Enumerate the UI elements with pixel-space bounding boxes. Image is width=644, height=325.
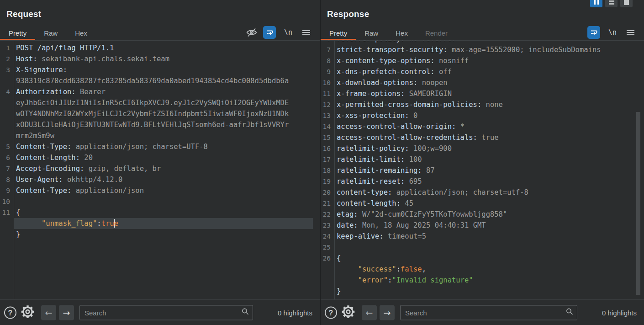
- line-number: 19: [321, 176, 331, 187]
- soft-wrap-toggle-button[interactable]: [263, 26, 276, 39]
- code-line[interactable]: 6referrer-policy: no-referrer: [321, 41, 644, 44]
- tab-raw[interactable]: Raw: [356, 27, 387, 40]
- line-text: [335, 242, 637, 253]
- line-number: 14: [321, 121, 331, 132]
- previous-match-button[interactable]: ←: [362, 305, 377, 320]
- line-text: x-xss-protection: 0: [335, 110, 637, 121]
- code-line[interactable]: 16ratelimit-policy: 100;w=900: [321, 143, 644, 154]
- next-match-button[interactable]: →: [380, 305, 395, 320]
- code-line[interactable]: "unmask_flag":true: [0, 218, 320, 229]
- code-line[interactable]: 4Authorization: Bearer: [0, 86, 320, 97]
- code-line[interactable]: 11x-frame-options: SAMEORIGIN: [321, 88, 644, 99]
- code-line[interactable]: 26{: [321, 253, 644, 264]
- code-line[interactable]: 14access-control-allow-origin: *: [321, 121, 644, 132]
- vertical-scrollbar-thumb[interactable]: [636, 112, 640, 295]
- code-line[interactable]: 3X-Signature:: [0, 64, 320, 75]
- code-line[interactable]: 13x-xss-protection: 0: [321, 110, 644, 121]
- gear-icon: [21, 304, 35, 319]
- code-line[interactable]: 18ratelimit-remaining: 87: [321, 165, 644, 176]
- code-line[interactable]: 6Content-Length: 20: [0, 152, 320, 163]
- rows-layout-button[interactable]: [605, 0, 618, 7]
- tab-hex[interactable]: Hex: [387, 27, 417, 40]
- rows-layout-icon: [609, 0, 614, 5]
- menu-button[interactable]: [300, 26, 312, 39]
- settings-button[interactable]: [21, 304, 35, 320]
- line-number: 3: [0, 64, 10, 75]
- help-button[interactable]: ?: [4, 306, 16, 319]
- code-line[interactable]: 24keep-alive: timeout=5: [321, 231, 644, 242]
- line-number: 15: [321, 132, 331, 143]
- response-editor[interactable]: 6referrer-policy: no-referrer7strict-tra…: [321, 41, 644, 299]
- code-line[interactable]: "error":"Invalid signature": [321, 275, 644, 286]
- line-number: 9: [0, 185, 10, 196]
- line-number: 6: [321, 41, 331, 44]
- soft-wrap-toggle-button[interactable]: [587, 26, 600, 39]
- request-panel: Request PrettyRawHex \n 1POST /api/flag …: [0, 0, 321, 325]
- code-line[interactable]: 11{: [0, 207, 320, 218]
- code-line[interactable]: 15access-control-allow-credentials: true: [321, 132, 644, 143]
- tab-pretty[interactable]: Pretty: [0, 27, 35, 40]
- request-panel-title: Request: [6, 9, 41, 19]
- line-text: "unmask_flag":true: [14, 218, 313, 229]
- code-line[interactable]: xODU3LCJleHAiOjE3NTU3NTEwNTd9.BFLtVEHlJq…: [0, 119, 320, 130]
- code-line[interactable]: 23date: Mon, 18 Aug 2025 04:40:31 GMT: [321, 220, 644, 231]
- line-number: 23: [321, 220, 331, 231]
- code-line[interactable]: 2Host: sekaibank-api.chals.sekai.team: [0, 53, 320, 64]
- code-line[interactable]: 5Content-Type: application/json; charset…: [0, 141, 320, 152]
- code-line[interactable]: 22etag: W/"2d-cum0CIzFyY5TKoTYowwbljgg85…: [321, 209, 644, 220]
- code-line[interactable]: 12x-permitted-cross-domain-policies: non…: [321, 99, 644, 110]
- code-line[interactable]: 8User-Agent: okhttp/4.12.0: [0, 174, 320, 185]
- columns-layout-button[interactable]: [590, 0, 602, 7]
- line-text: access-control-allow-origin: *: [335, 121, 637, 132]
- line-text: eyJhbGciOiJIUzI1NiIsInR5cCI6IkpXVCJ9.eyJ…: [14, 97, 313, 108]
- code-line[interactable]: 8x-content-type-options: nosniff: [321, 55, 644, 66]
- code-line[interactable]: 1POST /api/flag HTTP/1.1: [0, 43, 320, 53]
- code-line[interactable]: 19ratelimit-reset: 695: [321, 176, 644, 187]
- arrow-right-icon: →: [63, 308, 70, 318]
- newline-toggle-button[interactable]: \n: [606, 26, 619, 39]
- response-search-input[interactable]: [401, 305, 577, 320]
- single-layout-button[interactable]: [620, 0, 633, 7]
- gear-icon: [341, 304, 355, 319]
- settings-button[interactable]: [341, 304, 355, 320]
- request-search-input[interactable]: [80, 305, 253, 320]
- request-editor[interactable]: 1POST /api/flag HTTP/1.12Host: sekaibank…: [0, 41, 320, 299]
- tab-pretty[interactable]: Pretty: [321, 27, 356, 40]
- code-line[interactable]: 7strict-transport-security: max-age=1555…: [321, 44, 644, 55]
- code-line[interactable]: 9Content-Type: application/json: [0, 185, 320, 196]
- menu-button[interactable]: [624, 26, 637, 39]
- code-line[interactable]: wOTY4NDNhMzI0ZWYxMjEiLCJ1c2VybmFtZSI6Ind…: [0, 108, 320, 119]
- code-line[interactable]: mrm2mSm9w: [0, 130, 320, 141]
- code-line[interactable]: 17ratelimit-limit: 100: [321, 154, 644, 165]
- tab-hex[interactable]: Hex: [66, 27, 96, 40]
- code-line[interactable]: 938319c870cdd638287fc83285da583769da0abe…: [0, 75, 320, 86]
- line-number: 22: [321, 209, 331, 220]
- code-line[interactable]: 9x-dns-prefetch-control: off: [321, 66, 644, 77]
- menu-icon: [627, 29, 634, 36]
- line-text: Host: sekaibank-api.chals.sekai.team: [14, 53, 313, 64]
- code-line[interactable]: 20content-type: application/json; charse…: [321, 187, 644, 198]
- help-button[interactable]: ?: [325, 306, 337, 319]
- code-line[interactable]: eyJhbGciOiJIUzI1NiIsInR5cCI6IkpXVCJ9.eyJ…: [0, 97, 320, 108]
- code-line[interactable]: 25: [321, 242, 644, 253]
- line-text: }: [14, 229, 313, 240]
- next-match-button[interactable]: →: [59, 305, 74, 320]
- code-line[interactable]: 7Accept-Encoding: gzip, deflate, br: [0, 163, 320, 174]
- line-number: 18: [321, 165, 331, 176]
- previous-match-button[interactable]: ←: [41, 305, 56, 320]
- code-line[interactable]: "success":false,: [321, 264, 644, 275]
- code-line[interactable]: }: [0, 229, 320, 240]
- single-layout-icon: [624, 0, 629, 5]
- hide-matches-eye-icon[interactable]: [245, 26, 258, 39]
- line-text: {: [14, 207, 313, 218]
- arrow-left-icon: ←: [366, 308, 373, 318]
- line-text: X-Signature:: [14, 64, 313, 75]
- line-text: xODU3LCJleHAiOjE3NTU3NTEwNTd9.BFLtVEHlJq…: [14, 119, 313, 130]
- code-line[interactable]: }: [321, 286, 644, 297]
- tab-raw[interactable]: Raw: [35, 27, 66, 40]
- newline-toggle-button[interactable]: \n: [282, 26, 295, 39]
- code-line[interactable]: 21content-length: 45: [321, 198, 644, 209]
- code-line[interactable]: 10: [0, 196, 320, 207]
- code-line[interactable]: 10x-download-options: noopen: [321, 77, 644, 88]
- tab-render: Render: [417, 27, 456, 40]
